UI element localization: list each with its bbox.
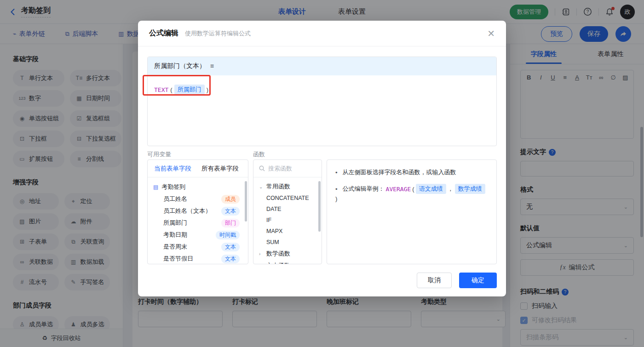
variable-form-node[interactable]: ▤ 考勤签到	[153, 181, 243, 193]
variable-item[interactable]: 是否节假日 文本	[153, 253, 243, 264]
confirm-button[interactable]: 确定	[459, 273, 497, 288]
function-item[interactable]: SUM	[259, 237, 316, 248]
modal-subtitle: 使用数学运算符编辑公式	[185, 29, 251, 38]
cancel-button[interactable]: 取消	[417, 273, 452, 288]
form-doc-icon: ▤	[153, 184, 158, 190]
formula-editor-modal: 公式编辑 使用数学运算符编辑公式 ✕ 所属部门（文本） = TEXT ( 所属部…	[138, 21, 506, 296]
example-field-token: 数学成绩	[455, 184, 485, 194]
field-type-badge: 文本	[221, 243, 240, 251]
variables-scrollbar[interactable]	[245, 181, 247, 222]
tab-all-form-fields[interactable]: 所有表单字段	[201, 165, 239, 173]
chevron-down-icon: ⌄	[259, 184, 264, 189]
help-tip-2: 公式编辑举例： AVERAGE ( 语文成绩 ， 数学成绩 )	[335, 184, 488, 202]
chevron-right-icon: ›	[259, 263, 264, 265]
modal-header: 公式编辑 使用数学运算符编辑公式 ✕	[138, 21, 506, 46]
close-icon[interactable]: ✕	[487, 29, 495, 38]
tab-current-form-fields[interactable]: 当前表单字段	[154, 165, 191, 173]
app-window: 考勤签到 表单设计 表单设置 数据管理 ? 政	[0, 0, 644, 347]
search-icon	[259, 165, 265, 171]
variable-item[interactable]: 员工姓名 成员	[153, 193, 243, 205]
field-type-badge: 文本	[221, 255, 240, 263]
function-item[interactable]: CONCATENATE	[259, 193, 316, 204]
field-type-badge: 文本	[221, 207, 240, 216]
formula-open-paren: (	[170, 86, 172, 93]
functions-panel: ⌄ 常用函数 CONCATENATE DATE IF MAPX SUM › 数学…	[253, 159, 322, 264]
function-search-input[interactable]	[268, 165, 310, 172]
formula-editor-box[interactable]: 所属部门（文本） = TEXT ( 所属部门 )	[147, 57, 497, 146]
function-item[interactable]: DATE	[259, 204, 316, 215]
function-item[interactable]: IF	[259, 215, 316, 226]
formula-field-token[interactable]: 所属部门	[174, 85, 205, 95]
function-group-math[interactable]: › 数学函数	[259, 248, 316, 260]
variables-section-label: 可用变量	[147, 150, 253, 159]
formula-target-row: 所属部门（文本） =	[148, 57, 496, 75]
variable-item[interactable]: 员工姓名（文本） 文本	[153, 205, 243, 217]
function-group-common[interactable]: ⌄ 常用函数	[259, 181, 316, 193]
functions-section-label: 函数	[253, 150, 265, 159]
variable-item[interactable]: 是否周末 文本	[153, 241, 243, 253]
field-type-badge: 成员	[221, 195, 240, 204]
function-search	[253, 160, 322, 177]
functions-scrollbar[interactable]	[318, 181, 321, 232]
help-tip-1: 从左侧面板选择字段名和函数，或输入函数	[335, 168, 488, 176]
function-item[interactable]: MAPX	[259, 226, 316, 237]
example-function-name: AVERAGE	[386, 186, 411, 193]
formula-function-name: TEXT	[154, 86, 168, 93]
example-field-token: 语文成绩	[416, 184, 446, 194]
field-type-badge: 部门	[221, 219, 240, 228]
formula-close-paren: )	[207, 86, 208, 93]
variable-item[interactable]: 所属部门 部门	[153, 217, 243, 229]
variables-panel: 当前表单字段 所有表单字段 ▤ 考勤签到 员工姓名 成员 员工姓名（文本） 文本	[147, 159, 248, 264]
variable-item[interactable]: 考勤日期 时间戳	[153, 229, 243, 241]
formula-target-field: 所属部门（文本）	[154, 62, 206, 70]
formula-equals: =	[210, 63, 214, 70]
formula-help-panel: 从左侧面板选择字段名和函数，或输入函数 公式编辑举例： AVERAGE ( 语文…	[327, 159, 497, 264]
formula-expression[interactable]: TEXT ( 所属部门 )	[148, 75, 496, 104]
modal-title: 公式编辑	[149, 28, 178, 38]
function-group-text[interactable]: › 文本函数	[259, 260, 316, 264]
field-type-badge: 时间戳	[216, 231, 240, 239]
chevron-right-icon: ›	[259, 251, 264, 256]
